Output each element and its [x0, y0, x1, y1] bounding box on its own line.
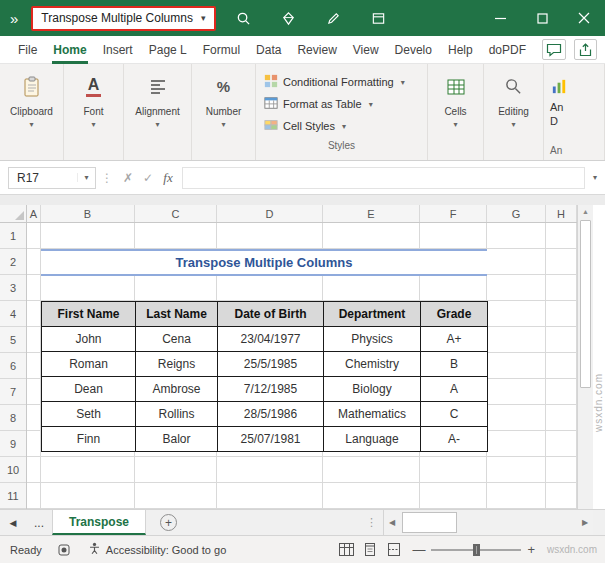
ribbon-group-alignment[interactable]: Alignment ▾ — [124, 64, 192, 160]
formula-input[interactable] — [182, 167, 585, 189]
table-cell[interactable]: John — [42, 327, 136, 352]
grid-cell[interactable] — [487, 249, 546, 275]
qat-overflow-chevrons[interactable]: » — [10, 10, 17, 27]
row-header-6[interactable]: 6 — [0, 353, 26, 379]
tab-view[interactable]: View — [345, 37, 387, 63]
page-layout-view-button[interactable] — [358, 539, 382, 561]
row-header-10[interactable]: 10 — [0, 457, 26, 483]
insert-function-icon[interactable]: fx — [158, 170, 178, 186]
sheet-tab-transpose[interactable]: Transpose — [52, 510, 146, 535]
grid-cell[interactable] — [546, 431, 577, 457]
ribbon-group-analyze-data[interactable]: An D An — [544, 64, 605, 160]
grid-cell[interactable] — [41, 457, 135, 483]
grid-cell[interactable] — [487, 275, 546, 301]
column-header-e[interactable]: E — [323, 205, 420, 222]
row-header-1[interactable]: 1 — [0, 223, 26, 249]
grid-cell[interactable] — [27, 249, 41, 275]
grid-cell[interactable] — [41, 223, 135, 249]
grid-cell[interactable] — [487, 483, 546, 509]
row-header-5[interactable]: 5 — [0, 327, 26, 353]
table-header-last-name[interactable]: Last Name — [136, 302, 218, 327]
tab-file[interactable]: File — [10, 37, 45, 63]
horizontal-scrollbar-track[interactable] — [400, 510, 577, 535]
cancel-icon[interactable]: ✗ — [118, 171, 138, 185]
grid-cell[interactable] — [27, 301, 41, 327]
tab-home[interactable]: Home — [45, 37, 94, 63]
grid-cell[interactable] — [217, 223, 323, 249]
column-header-g[interactable]: G — [487, 205, 546, 222]
share-button[interactable] — [574, 39, 597, 60]
table-cell[interactable]: B — [421, 352, 488, 377]
grid-cell[interactable] — [135, 275, 217, 301]
sheet-nav-left-icon[interactable]: ◀ — [0, 510, 26, 535]
normal-view-button[interactable] — [334, 539, 358, 561]
scroll-up-icon[interactable]: ▲ — [578, 208, 593, 215]
scroll-left-icon[interactable]: ◀ — [384, 510, 400, 535]
window-icon[interactable] — [371, 11, 386, 26]
grid-cell[interactable] — [27, 431, 41, 457]
diamond-icon[interactable] — [281, 11, 296, 26]
ribbon-group-cells[interactable]: Cells ▾ — [428, 64, 484, 160]
table-header-first-name[interactable]: First Name — [42, 302, 136, 327]
grid-cell[interactable] — [323, 275, 420, 301]
grid-cell[interactable] — [546, 405, 577, 431]
grid-cell[interactable] — [323, 457, 420, 483]
sheet-tabs-ellipsis[interactable]: ... — [26, 510, 52, 535]
table-cell[interactable]: C — [421, 402, 488, 427]
format-as-table-button[interactable]: Format as Table ▾ — [264, 93, 419, 115]
zoom-slider[interactable] — [431, 549, 521, 551]
table-cell[interactable]: Ambrose — [136, 377, 218, 402]
maximize-button[interactable] — [521, 0, 563, 36]
table-cell[interactable]: 28/5/1986 — [218, 402, 324, 427]
table-cell[interactable]: Roman — [42, 352, 136, 377]
grid-cell[interactable] — [217, 457, 323, 483]
pen-icon[interactable] — [326, 11, 341, 26]
grid-cell[interactable] — [546, 301, 577, 327]
table-cell[interactable]: Reigns — [136, 352, 218, 377]
grid-cell[interactable] — [546, 483, 577, 509]
grid-cell[interactable] — [487, 327, 546, 353]
table-cell[interactable]: Cena — [136, 327, 218, 352]
grid-cell[interactable] — [546, 457, 577, 483]
table-header-grade[interactable]: Grade — [421, 302, 488, 327]
table-cell[interactable]: A- — [421, 427, 488, 452]
tab-data[interactable]: Data — [248, 37, 289, 63]
grid-cell[interactable] — [27, 275, 41, 301]
table-cell[interactable]: Mathematics — [324, 402, 421, 427]
grid-cell[interactable] — [420, 275, 487, 301]
grid-cell[interactable] — [27, 405, 41, 431]
ribbon-group-clipboard[interactable]: Clipboard ▾ — [0, 64, 64, 160]
table-cell[interactable]: Dean — [42, 377, 136, 402]
grid-cell[interactable] — [420, 457, 487, 483]
select-all-button[interactable] — [0, 205, 27, 222]
new-sheet-button[interactable]: + — [160, 514, 177, 531]
vertical-scrollbar-thumb[interactable] — [580, 220, 591, 388]
grid-cell[interactable] — [27, 483, 41, 509]
column-header-c[interactable]: C — [135, 205, 217, 222]
grid-cell[interactable] — [546, 249, 577, 275]
ribbon-group-font[interactable]: A Font ▾ — [64, 64, 124, 160]
table-cell[interactable]: Seth — [42, 402, 136, 427]
grid-cell[interactable] — [27, 457, 41, 483]
grid-cell[interactable] — [546, 379, 577, 405]
table-cell[interactable]: A — [421, 377, 488, 402]
column-header-h[interactable]: H — [546, 205, 577, 222]
vertical-scrollbar[interactable]: ▲ — [577, 205, 593, 509]
conditional-formatting-button[interactable]: Conditional Formatting ▾ — [264, 71, 419, 93]
grid-cell[interactable] — [420, 483, 487, 509]
ribbon-group-editing[interactable]: Editing ▾ — [484, 64, 544, 160]
grid-cell[interactable] — [546, 223, 577, 249]
grid-cell[interactable] — [27, 223, 41, 249]
grid-cell[interactable] — [41, 275, 135, 301]
worksheet-title-cell[interactable]: Transpose Multiple Columns — [41, 249, 487, 276]
grid-cell[interactable] — [135, 483, 217, 509]
tab-help[interactable]: Help — [440, 37, 481, 63]
horizontal-scrollbar-thumb[interactable] — [402, 512, 457, 533]
table-header-date-of-birth[interactable]: Date of Birth — [218, 302, 324, 327]
macro-record-icon[interactable] — [58, 544, 70, 556]
row-header-7[interactable]: 7 — [0, 379, 26, 405]
table-cell[interactable]: Physics — [324, 327, 421, 352]
zoom-slider-thumb[interactable] — [473, 544, 480, 556]
grid-cell[interactable] — [487, 223, 546, 249]
grid-cell[interactable] — [487, 353, 546, 379]
